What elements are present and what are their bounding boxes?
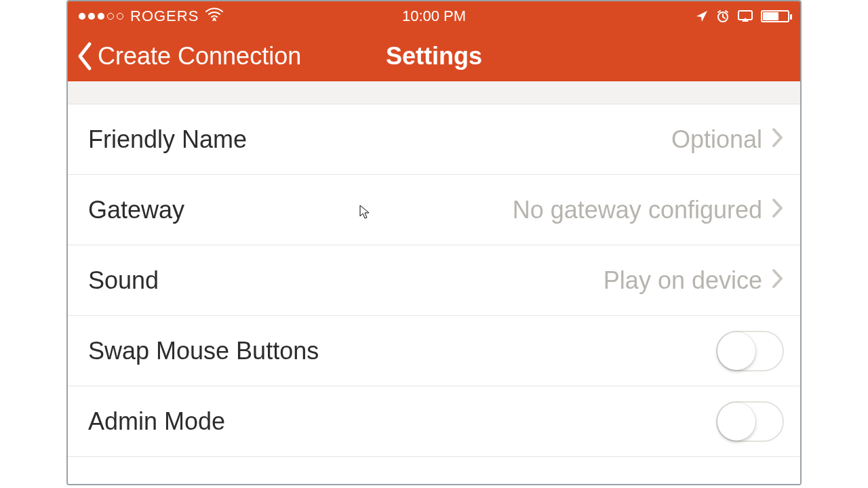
chevron-right-icon [772,196,784,224]
airplay-icon [738,10,753,22]
row-label: Gateway [88,196,184,224]
svg-point-0 [213,18,216,20]
back-label: Create Connection [98,42,301,70]
row-label: Friendly Name [88,125,247,154]
settings-list: Friendly Name Optional Gateway No gatewa… [68,104,800,457]
carrier-label: ROGERS [130,7,199,25]
device-frame: ROGERS 10:00 PM [66,0,802,485]
status-left: ROGERS [79,7,223,25]
admin-mode-toggle[interactable] [716,401,784,442]
page-title: Settings [386,42,482,70]
row-sound[interactable]: Sound Play on device [68,245,800,316]
row-label: Sound [88,266,159,295]
status-time: 10:00 PM [402,7,466,25]
row-label: Swap Mouse Buttons [88,337,319,365]
row-value: Play on device [604,266,762,295]
row-gateway[interactable]: Gateway No gateway configured [68,175,800,245]
location-icon [696,10,708,22]
section-spacer [68,81,800,104]
row-label: Admin Mode [88,407,225,436]
signal-strength-icon [79,13,123,20]
row-friendly-name[interactable]: Friendly Name Optional [68,104,800,175]
alarm-icon [716,9,730,23]
row-admin-mode: Admin Mode [68,386,800,457]
battery-icon [761,10,789,22]
row-swap-mouse-buttons: Swap Mouse Buttons [68,316,800,386]
swap-mouse-toggle[interactable] [716,331,784,371]
chevron-right-icon [772,266,784,295]
status-bar: ROGERS 10:00 PM [68,1,800,31]
back-button[interactable]: Create Connection [76,41,301,71]
status-right [696,9,789,23]
bottom-padding [68,457,800,484]
row-value: Optional [671,125,762,154]
wifi-icon [205,7,223,25]
chevron-left-icon [76,41,95,71]
nav-bar: Create Connection Settings [68,31,800,81]
row-value: No gateway configured [513,196,762,224]
chevron-right-icon [772,125,784,154]
